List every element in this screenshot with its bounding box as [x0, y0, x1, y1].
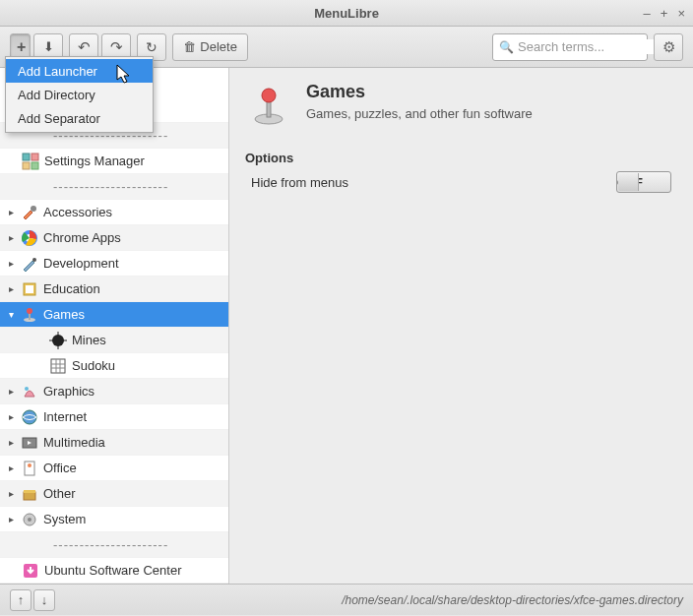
hide-toggle[interactable]: OFF	[616, 171, 671, 193]
expand-icon[interactable]: ▸	[6, 437, 16, 448]
add-dropdown: Add LauncherAdd DirectoryAdd Separator	[5, 56, 154, 133]
accessories-icon	[21, 204, 38, 221]
system-icon	[21, 511, 38, 528]
category-other[interactable]: ▸Other	[0, 481, 228, 507]
tree-label: Office	[43, 461, 77, 475]
statusbar: /home/sean/.local/share/desktop-director…	[0, 584, 693, 615]
save-icon	[43, 39, 54, 54]
tree-label: Chrome Apps	[43, 230, 121, 245]
refresh-icon	[146, 39, 158, 55]
expand-icon[interactable]: ▸	[6, 488, 16, 499]
move-down-button[interactable]	[33, 589, 55, 611]
svg-rect-27	[24, 492, 35, 500]
item-settings-manager[interactable]: Settings Manager	[0, 149, 228, 174]
settings-icon	[22, 153, 39, 170]
office-icon	[21, 460, 38, 477]
category-internet[interactable]: ▸Internet	[0, 404, 228, 430]
expand-icon[interactable]: ▾	[6, 309, 16, 320]
status-path: /home/sean/.local/share/desktop-director…	[342, 593, 683, 607]
search-box[interactable]	[492, 33, 648, 61]
move-up-button[interactable]	[10, 589, 32, 611]
window-title: MenuLibre	[314, 6, 379, 21]
close-button[interactable]: ×	[677, 6, 685, 21]
minimize-button[interactable]: –	[644, 6, 651, 21]
main-area: ----------------------Settings Manager--…	[0, 68, 693, 584]
gear-icon	[662, 38, 675, 56]
expand-icon[interactable]: ▸	[6, 462, 16, 473]
expand-icon[interactable]: ▸	[6, 411, 16, 422]
svg-point-21	[25, 387, 29, 391]
category-header: Games Games, puzzles, and other fun soft…	[245, 82, 677, 129]
sidebar: ----------------------Settings Manager--…	[0, 68, 229, 584]
svg-rect-16	[51, 359, 65, 373]
undo-icon	[78, 38, 91, 56]
tree-label: Education	[43, 281, 100, 296]
category-accessories[interactable]: ▸Accessories	[0, 200, 228, 225]
tree-label: Games	[43, 307, 85, 322]
delete-label: Delete	[200, 39, 237, 54]
svg-rect-3	[32, 162, 38, 169]
item-mines[interactable]: Mines	[0, 328, 228, 353]
tree-label: Settings Manager	[44, 154, 145, 168]
sudoku-icon	[49, 357, 67, 375]
item-ubuntu-software-center[interactable]: Ubuntu Software Center	[0, 558, 228, 584]
internet-icon	[21, 408, 38, 426]
svg-point-34	[262, 89, 276, 102]
hide-option-row: Hide from menus OFF	[245, 169, 677, 195]
settings-button[interactable]	[654, 33, 683, 61]
expand-icon[interactable]: ▸	[6, 207, 16, 217]
item-sudoku[interactable]: Sudoku	[0, 353, 228, 379]
joystick-icon	[245, 82, 292, 129]
dropdown-item-add-launcher[interactable]: Add Launcher	[6, 59, 153, 83]
tree-label: Mines	[72, 333, 106, 347]
search-icon	[499, 39, 514, 54]
category-chrome-apps[interactable]: ▸Chrome Apps	[0, 225, 228, 251]
tree-label: Development	[43, 256, 119, 271]
svg-point-4	[31, 206, 36, 212]
svg-point-26	[28, 463, 32, 467]
svg-point-7	[32, 258, 36, 262]
tree-label: Graphics	[43, 384, 94, 399]
expand-icon[interactable]: ▸	[6, 283, 16, 294]
svg-rect-0	[23, 154, 30, 160]
category-system[interactable]: ▸System	[0, 507, 228, 532]
category-games[interactable]: ▾Games	[0, 302, 228, 328]
dropdown-item-add-directory[interactable]: Add Directory	[6, 83, 153, 106]
arrow-up-icon	[18, 592, 25, 607]
toggle-state: OFF	[617, 175, 665, 190]
svg-point-12	[27, 308, 32, 314]
dropdown-item-add-separator[interactable]: Add Separator	[6, 106, 153, 130]
expand-icon[interactable]: ▸	[6, 258, 16, 269]
hide-option-label: Hide from menus	[251, 175, 616, 190]
tree-label: Ubuntu Software Center	[44, 563, 181, 578]
expand-icon[interactable]: ▸	[6, 386, 16, 397]
svg-rect-11	[29, 313, 31, 320]
category-description: Games, puzzles, and other fun software	[306, 106, 533, 121]
category-multimedia[interactable]: ▸Multimedia	[0, 430, 228, 456]
expand-icon[interactable]: ▸	[6, 514, 16, 524]
category-education[interactable]: ▸Education	[0, 277, 228, 302]
tree-label: Internet	[43, 409, 87, 424]
chrome-icon	[21, 229, 38, 247]
category-tree[interactable]: ----------------------Settings Manager--…	[0, 68, 228, 584]
svg-point-30	[28, 518, 32, 522]
usc-icon	[22, 562, 39, 580]
svg-point-22	[23, 410, 36, 424]
options-heading: Options	[245, 151, 677, 165]
svg-rect-1	[32, 154, 38, 160]
graphics-icon	[21, 383, 38, 400]
tree-label: Accessories	[43, 205, 112, 219]
category-development[interactable]: ▸Development	[0, 251, 228, 277]
arrow-down-icon	[41, 592, 48, 607]
maximize-button[interactable]: +	[661, 6, 668, 21]
expand-icon[interactable]: ▸	[6, 232, 16, 243]
tree-label: Sudoku	[72, 358, 115, 373]
titlebar: MenuLibre – + ×	[0, 0, 693, 27]
delete-button[interactable]: Delete	[172, 33, 248, 61]
edu-icon	[21, 280, 38, 298]
trash-icon	[183, 39, 196, 54]
category-office[interactable]: ▸Office	[0, 456, 228, 481]
multimedia-icon	[21, 434, 38, 452]
other-icon	[21, 485, 38, 503]
category-graphics[interactable]: ▸Graphics	[0, 379, 228, 404]
